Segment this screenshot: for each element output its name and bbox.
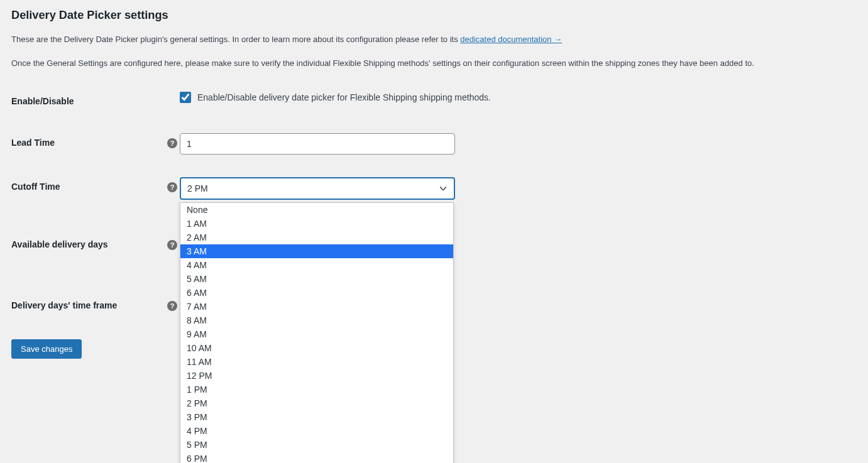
page-title: Delivery Date Picker settings <box>11 9 857 22</box>
available-days-label: Available delivery days <box>11 211 162 266</box>
lead-time-label: Lead Time <box>11 122 162 166</box>
cutoff-option[interactable]: 8 AM <box>180 313 453 327</box>
cutoff-option[interactable]: None <box>180 203 453 217</box>
cutoff-time-dropdown[interactable]: None1 AM2 AM3 AM4 AM5 AM6 AM7 AM8 AM9 AM… <box>180 202 454 463</box>
chevron-down-icon <box>439 184 448 193</box>
cutoff-option[interactable]: 2 PM <box>180 396 453 410</box>
cutoff-option[interactable]: 7 AM <box>180 300 453 313</box>
cutoff-option[interactable]: 6 AM <box>180 286 453 300</box>
help-icon[interactable]: ? <box>167 240 177 250</box>
cutoff-option[interactable]: 12 PM <box>180 369 453 383</box>
cutoff-option[interactable]: 4 PM <box>180 424 453 438</box>
intro-line-1: These are the Delivery Date Picker plugi… <box>11 33 857 46</box>
help-icon[interactable]: ? <box>167 182 177 192</box>
cutoff-option[interactable]: 2 AM <box>180 231 453 244</box>
cutoff-option[interactable]: 11 AM <box>180 355 453 369</box>
cutoff-option[interactable]: 9 AM <box>180 327 453 341</box>
cutoff-option[interactable]: 1 AM <box>180 217 453 231</box>
cutoff-time-select[interactable]: 2 PM <box>180 177 455 200</box>
cutoff-option[interactable]: 1 PM <box>180 383 453 396</box>
save-changes-button[interactable]: Save changes <box>11 339 82 359</box>
cutoff-option[interactable]: 5 AM <box>180 272 453 286</box>
help-icon[interactable]: ? <box>167 301 177 311</box>
cutoff-time-value: 2 PM <box>187 183 208 193</box>
lead-time-input[interactable] <box>180 133 455 155</box>
enable-disable-checkbox[interactable] <box>180 92 191 103</box>
time-frame-label: Delivery days' time frame <box>11 266 162 327</box>
cutoff-option[interactable]: 4 AM <box>180 258 453 272</box>
documentation-link[interactable]: dedicated documentation → <box>460 35 562 44</box>
intro-line-2: Once the General Settings are configured… <box>11 57 857 70</box>
cutoff-option[interactable]: 10 AM <box>180 341 453 355</box>
cutoff-option[interactable]: 6 PM <box>180 452 453 463</box>
intro-text-1: These are the Delivery Date Picker plugi… <box>11 35 460 44</box>
help-icon[interactable]: ? <box>167 138 177 148</box>
cutoff-option[interactable]: 3 AM <box>180 244 453 258</box>
enable-disable-label: Enable/Disable <box>11 80 162 122</box>
cutoff-option[interactable]: 5 PM <box>180 438 453 452</box>
enable-disable-desc: Enable/Disable delivery date picker for … <box>197 92 491 102</box>
cutoff-time-label: Cutoff Time <box>11 166 162 211</box>
cutoff-option[interactable]: 3 PM <box>180 410 453 424</box>
